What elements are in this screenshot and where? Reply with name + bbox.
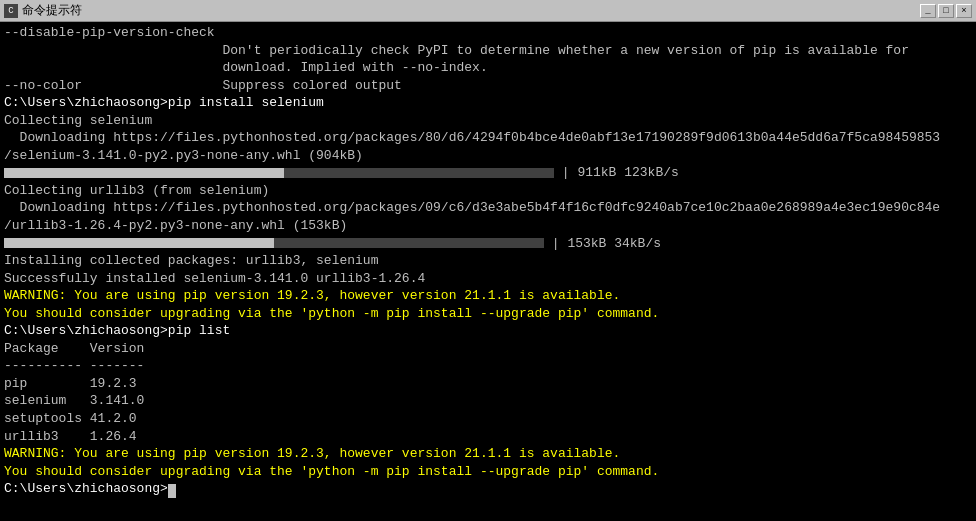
terminal-line: ---------- ------- [4, 357, 972, 375]
terminal-line: You should consider upgrading via the 'p… [4, 305, 972, 323]
terminal-line: pip 19.2.3 [4, 375, 972, 393]
terminal-line: Don't periodically check PyPI to determi… [4, 42, 972, 60]
window-controls: _ □ × [920, 4, 972, 18]
terminal-line: Installing collected packages: urllib3, … [4, 252, 972, 270]
terminal-line: /urllib3-1.26.4-py2.py3-none-any.whl (15… [4, 217, 972, 235]
terminal-line: --disable-pip-version-check [4, 24, 972, 42]
terminal-line: /selenium-3.141.0-py2.py3-none-any.whl (… [4, 147, 972, 165]
progress-bar-1: | 911kB 123kB/s [4, 164, 972, 182]
terminal-line: WARNING: You are using pip version 19.2.… [4, 445, 972, 463]
terminal-line: Downloading https://files.pythonhosted.o… [4, 199, 972, 217]
terminal-line: Package Version [4, 340, 972, 358]
terminal-line: C:\Users\zhichaosong>pip list [4, 322, 972, 340]
progress-bar-2: | 153kB 34kB/s [4, 235, 972, 253]
terminal-line: urllib3 1.26.4 [4, 428, 972, 446]
maximize-button[interactable]: □ [938, 4, 954, 18]
title-bar-left: C 命令提示符 [4, 2, 82, 19]
terminal-line: WARNING: You are using pip version 19.2.… [4, 287, 972, 305]
terminal-line: Downloading https://files.pythonhosted.o… [4, 129, 972, 147]
window-icon: C [4, 4, 18, 18]
window-title: 命令提示符 [22, 2, 82, 19]
prompt-line: C:\Users\zhichaosong> [4, 480, 972, 498]
terminal-line: C:\Users\zhichaosong>pip install seleniu… [4, 94, 972, 112]
terminal-line: selenium 3.141.0 [4, 392, 972, 410]
close-button[interactable]: × [956, 4, 972, 18]
terminal-line: setuptools 41.2.0 [4, 410, 972, 428]
minimize-button[interactable]: _ [920, 4, 936, 18]
terminal-line: --no-color Suppress colored output [4, 77, 972, 95]
terminal-line: download. Implied with --no-index. [4, 59, 972, 77]
terminal-body: --disable-pip-version-check Don't period… [0, 22, 976, 521]
terminal-line: Successfully installed selenium-3.141.0 … [4, 270, 972, 288]
terminal-line: Collecting urllib3 (from selenium) [4, 182, 972, 200]
terminal-line: You should consider upgrading via the 'p… [4, 463, 972, 481]
title-bar: C 命令提示符 _ □ × [0, 0, 976, 22]
terminal-line: Collecting selenium [4, 112, 972, 130]
